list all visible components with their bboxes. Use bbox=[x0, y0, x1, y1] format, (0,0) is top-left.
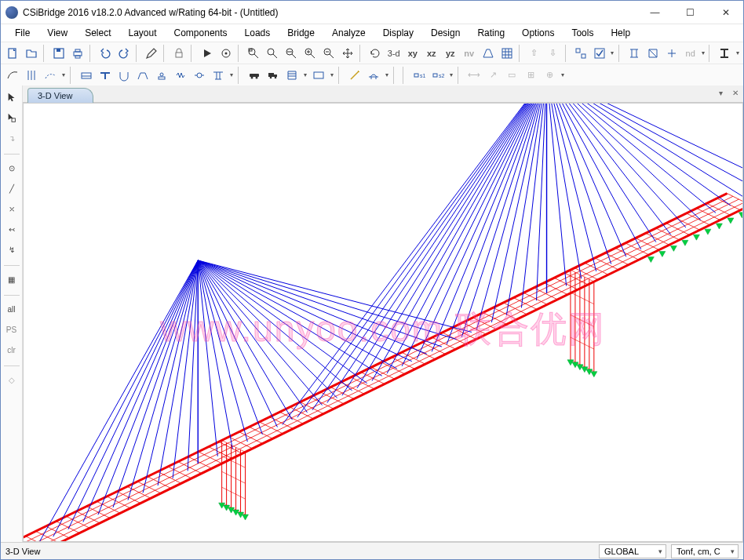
dim-2-icon[interactable]: ↗ bbox=[484, 67, 501, 84]
view-nv-button[interactable]: nv bbox=[461, 45, 478, 62]
menu-help[interactable]: Help bbox=[603, 26, 638, 40]
pan-icon[interactable] bbox=[339, 45, 356, 62]
menu-loads[interactable]: Loads bbox=[237, 26, 279, 40]
zoom-out-icon[interactable] bbox=[320, 45, 337, 62]
lock-icon[interactable] bbox=[170, 45, 188, 62]
check-icon[interactable] bbox=[591, 45, 608, 62]
wizard-icon[interactable] bbox=[346, 67, 363, 84]
view-yz-button[interactable]: yz bbox=[442, 45, 459, 62]
menu-file[interactable]: File bbox=[7, 26, 38, 40]
bridge-def-icon[interactable] bbox=[365, 67, 382, 84]
save-icon[interactable] bbox=[50, 45, 67, 62]
frame-draw-icon[interactable]: ╱ bbox=[3, 180, 20, 197]
dim-1-icon[interactable]: ⟷ bbox=[465, 67, 483, 84]
status-coord-combo[interactable]: GLOBAL bbox=[599, 544, 666, 558]
dim-dropdown-icon[interactable]: ▾ bbox=[560, 71, 566, 78]
hinge-icon[interactable] bbox=[191, 67, 208, 84]
run-icon[interactable] bbox=[199, 45, 216, 62]
open-icon[interactable] bbox=[23, 45, 40, 62]
menu-analyze[interactable]: Analyze bbox=[324, 26, 374, 40]
prev-select-button[interactable]: PS bbox=[3, 321, 20, 338]
target-icon[interactable] bbox=[217, 45, 235, 62]
truck-icon[interactable] bbox=[264, 67, 282, 84]
menu-components[interactable]: Components bbox=[166, 26, 235, 40]
pointer-icon[interactable] bbox=[3, 89, 20, 106]
frame-section-2-icon[interactable] bbox=[644, 45, 662, 62]
curve-icon[interactable] bbox=[4, 67, 21, 84]
pier-dropdown-icon[interactable]: ▾ bbox=[228, 71, 235, 78]
zoom-window-icon[interactable] bbox=[245, 45, 262, 62]
lanes-icon[interactable] bbox=[23, 67, 40, 84]
clear-select-button[interactable]: clr bbox=[3, 341, 20, 358]
frame-section-3-icon[interactable] bbox=[663, 45, 680, 62]
view-xy-button[interactable]: xy bbox=[404, 45, 421, 62]
menu-tools[interactable]: Tools bbox=[563, 26, 601, 40]
layoutline-icon[interactable] bbox=[42, 67, 59, 84]
section-box-icon[interactable] bbox=[78, 67, 95, 84]
menu-display[interactable]: Display bbox=[375, 26, 421, 40]
frame-section-1-icon[interactable] bbox=[625, 45, 643, 62]
menu-select[interactable]: Select bbox=[77, 26, 119, 40]
check-dropdown-icon[interactable]: ▾ bbox=[610, 49, 615, 56]
loadcase-dropdown-icon[interactable]: ▾ bbox=[329, 71, 335, 78]
zoom-in-icon[interactable] bbox=[301, 45, 319, 62]
dim-5-icon[interactable]: ⊕ bbox=[541, 67, 558, 84]
bridgedef-dropdown-icon[interactable]: ▾ bbox=[384, 71, 390, 78]
reshape-icon[interactable]: ↴ bbox=[3, 129, 20, 147]
viewport-3d[interactable]: www.unyoo.com 联合优网 bbox=[23, 103, 743, 542]
menu-bridge[interactable]: Bridge bbox=[279, 26, 323, 40]
section-u-icon[interactable] bbox=[115, 67, 133, 84]
maximize-button[interactable]: ☐ bbox=[673, 1, 708, 24]
load-pattern-icon[interactable] bbox=[283, 67, 301, 84]
deck-s1-icon[interactable]: s1 bbox=[410, 67, 428, 84]
select-all-button[interactable]: all bbox=[3, 300, 20, 318]
up-arrow-icon[interactable]: ⇧ bbox=[526, 45, 543, 62]
tab-3d-view[interactable]: 3-D View bbox=[27, 88, 93, 103]
elements-icon[interactable] bbox=[572, 45, 589, 62]
select-special-icon[interactable] bbox=[3, 109, 20, 126]
down-arrow-icon[interactable]: ⇩ bbox=[545, 45, 562, 62]
menu-view[interactable]: View bbox=[39, 26, 75, 40]
menu-options[interactable]: Options bbox=[514, 26, 562, 40]
menu-design[interactable]: Design bbox=[423, 26, 468, 40]
print-icon[interactable] bbox=[69, 45, 86, 62]
i-section-icon[interactable] bbox=[716, 45, 733, 62]
tab-close-icon[interactable]: ✕ bbox=[732, 89, 739, 97]
dim-4-icon[interactable]: ⊞ bbox=[522, 67, 539, 84]
zoom-previous-icon[interactable] bbox=[283, 45, 300, 62]
view-xz-button[interactable]: xz bbox=[423, 45, 440, 62]
bearing-icon[interactable] bbox=[153, 67, 170, 84]
menu-layout[interactable]: Layout bbox=[121, 26, 165, 40]
pencil-icon[interactable] bbox=[143, 45, 160, 62]
view-3d-button[interactable]: 3-d bbox=[385, 45, 403, 62]
redo-icon[interactable] bbox=[115, 45, 133, 62]
nd-button[interactable]: nd bbox=[682, 45, 699, 62]
status-units-combo[interactable]: Tonf, cm, C bbox=[671, 544, 739, 558]
nd-dropdown-icon[interactable]: ▾ bbox=[701, 49, 706, 56]
close-button[interactable]: ✕ bbox=[708, 1, 743, 24]
tendon-draw-icon[interactable]: ↯ bbox=[3, 241, 20, 258]
snap-toggle-icon[interactable]: ◇ bbox=[3, 371, 20, 388]
tab-pin-icon[interactable]: ▾ bbox=[719, 89, 723, 97]
undo-icon[interactable] bbox=[97, 45, 114, 62]
area-draw-icon[interactable]: ▦ bbox=[3, 271, 20, 288]
loadpat-dropdown-icon[interactable]: ▾ bbox=[302, 71, 308, 78]
load-case-icon[interactable] bbox=[310, 67, 327, 84]
spring-icon[interactable] bbox=[172, 67, 189, 84]
cable-draw-icon[interactable]: ⤫ bbox=[3, 200, 20, 217]
link-draw-icon[interactable]: ↢ bbox=[3, 220, 20, 238]
layoutline-dropdown-icon[interactable]: ▾ bbox=[60, 71, 67, 78]
section-dropdown-icon[interactable]: ▾ bbox=[735, 49, 740, 56]
vehicle-icon[interactable] bbox=[246, 67, 263, 84]
dim-3-icon[interactable]: ▭ bbox=[503, 67, 520, 84]
minimize-button[interactable]: — bbox=[637, 1, 673, 24]
deck-s2-icon[interactable]: s2 bbox=[429, 67, 447, 84]
section-t-icon[interactable] bbox=[97, 67, 114, 84]
new-icon[interactable] bbox=[4, 45, 21, 62]
menu-rating[interactable]: Rating bbox=[469, 26, 512, 40]
grid-icon[interactable] bbox=[498, 45, 516, 62]
rotate-icon[interactable] bbox=[367, 45, 384, 62]
deck-dropdown-icon[interactable]: ▾ bbox=[448, 71, 454, 78]
joint-draw-icon[interactable]: ⊙ bbox=[3, 159, 20, 176]
abutment-icon[interactable] bbox=[134, 67, 151, 84]
